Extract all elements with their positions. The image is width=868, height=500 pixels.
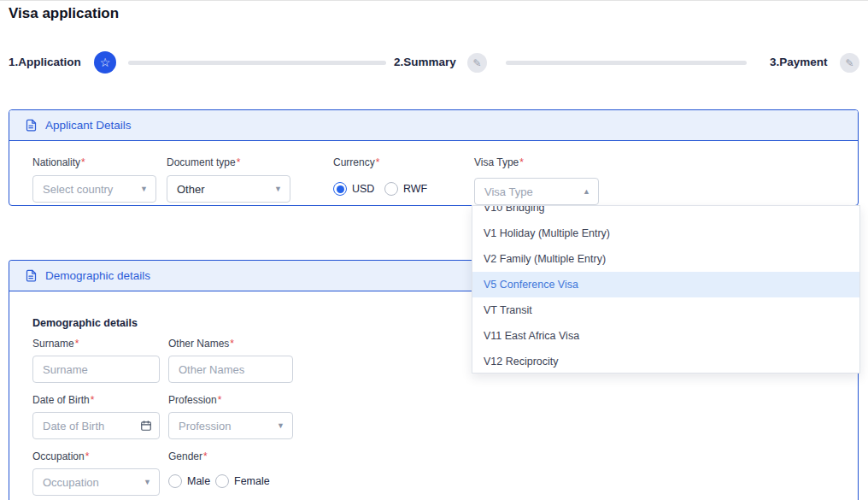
profession-select[interactable]: Profession ▼ [168,412,293,439]
chevron-down-icon: ▼ [274,185,282,193]
visa-type-option[interactable]: V12 Reciprocity [472,349,859,374]
male-radio-label[interactable]: Male [187,475,210,487]
applicant-details-title: Applicant Details [45,119,132,132]
currency-label: Currency* [333,156,379,168]
step-summary-label[interactable]: 2.Summary [394,56,456,68]
rwf-radio-label[interactable]: RWF [403,183,427,195]
step-application-label[interactable]: 1.Application [9,56,81,68]
usd-radio-label[interactable]: USD [352,183,374,195]
step-application-star-icon[interactable]: ☆ [94,51,116,74]
dob-label: Date of Birth* [32,394,94,406]
document-icon [25,269,38,282]
calendar-icon[interactable] [140,420,152,432]
occupation-select[interactable]: Occupation ▼ [32,468,160,496]
occupation-placeholder: Occupation [43,476,99,489]
demographic-section-subtitle: Demographic details [32,317,138,329]
demographic-details-title: Demographic details [45,269,150,282]
nationality-label: Nationality* [32,156,85,168]
female-radio-label[interactable]: Female [234,475,270,487]
document-type-label: Document type* [167,156,240,168]
male-radio[interactable] [168,474,182,488]
female-radio[interactable] [215,474,229,488]
visa-type-option[interactable]: V10 Bridging [472,205,859,221]
profession-label: Profession* [168,394,221,406]
surname-input[interactable] [33,356,159,382]
visa-type-dropdown: V10 Bridging V1 Holiday (Multiple Entry)… [472,205,860,374]
visa-type-option[interactable]: V5 Conference Visa [472,272,859,297]
other-names-field-wrap [168,356,293,383]
other-names-label: Other Names* [168,338,234,350]
stepper-line-2 [506,61,747,65]
chevron-down-icon: ▼ [277,421,284,430]
applicant-details-header: Applicant Details [9,110,858,141]
dob-field-wrap [32,412,160,439]
document-icon [25,119,38,132]
chevron-down-icon: ▼ [144,478,151,486]
document-type-value: Other [177,183,205,196]
usd-radio[interactable] [333,182,347,196]
surname-label: Surname* [32,338,79,350]
stepper-line-1 [128,61,386,65]
visa-type-option[interactable]: V11 East Africa Visa [472,323,859,349]
other-names-input[interactable] [169,356,292,382]
gender-female-option: Female [215,474,270,488]
nationality-select[interactable]: Select country ▼ [32,175,156,203]
currency-rwf-option: RWF [384,182,427,196]
visa-type-placeholder: Visa Type [484,185,533,198]
currency-usd-option: USD [333,182,374,196]
profession-placeholder: Profession [179,420,231,432]
visa-type-label: Visa Type* [474,156,524,168]
chevron-up-icon: ▲ [583,187,590,196]
surname-field-wrap [32,356,160,383]
visa-application-page: Visa application 1.Application ☆ 2.Summa… [0,0,868,500]
visa-type-option[interactable]: V1 Holiday (Multiple Entry) [472,221,859,246]
visa-type-option[interactable]: VT Transit [472,297,859,323]
page-title: Visa application [9,5,119,22]
visa-type-option[interactable]: V2 Family (Multiple Entry) [472,246,859,272]
document-type-select[interactable]: Other ▼ [167,175,290,203]
occupation-label: Occupation* [32,450,89,462]
gender-male-option: Male [168,474,210,488]
gender-label: Gender* [168,450,208,462]
nationality-placeholder: Select country [43,183,113,196]
step-payment-label[interactable]: 3.Payment [770,56,828,68]
top-divider [0,0,868,1]
step-payment-edit-icon[interactable]: ✎ [840,53,859,73]
chevron-down-icon: ▼ [140,185,148,193]
rwf-radio[interactable] [384,182,398,196]
visa-type-select[interactable]: Visa Type ▲ [474,178,599,205]
visa-type-option-list: V10 Bridging V1 Holiday (Multiple Entry)… [472,205,859,374]
step-summary-edit-icon[interactable]: ✎ [467,53,487,73]
